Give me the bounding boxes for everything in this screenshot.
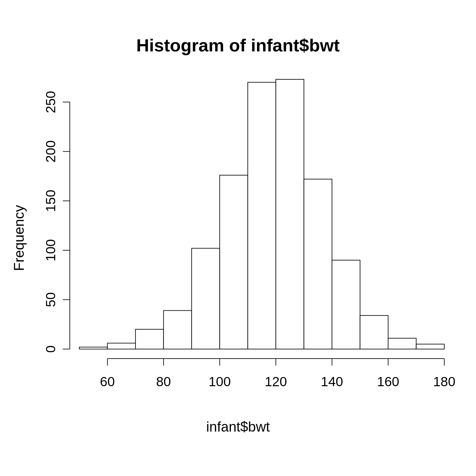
y-axis-tick-label: 150 [43, 190, 58, 212]
x-axis-tick-label: 100 [208, 374, 231, 389]
y-axis-tick-label: 250 [43, 91, 58, 113]
x-axis-tick-label: 160 [377, 374, 399, 389]
histogram-bar [192, 248, 220, 349]
histogram-bar [220, 175, 248, 349]
histogram-plot: 6080100120140160180050100150200250 [0, 0, 476, 476]
histogram-bar [248, 82, 276, 349]
histogram-bar [360, 315, 388, 349]
histogram-bar [416, 344, 444, 349]
y-axis-tick-label: 100 [43, 239, 58, 261]
x-axis-tick-label: 80 [156, 374, 171, 389]
histogram-bar [136, 329, 163, 349]
x-axis-tick-label: 120 [265, 374, 287, 389]
y-axis-tick-label: 0 [43, 345, 58, 353]
x-axis-tick-label: 140 [321, 374, 343, 389]
histogram-bar [163, 311, 191, 349]
histogram-bar [276, 79, 304, 349]
x-axis-tick-label: 60 [100, 374, 115, 389]
y-axis-tick-label: 50 [43, 292, 58, 307]
histogram-bar [388, 338, 416, 349]
y-axis-tick-label: 200 [43, 140, 58, 162]
histogram-bar [304, 179, 332, 349]
x-axis-tick-label: 180 [433, 374, 455, 389]
histogram-bar [332, 260, 360, 349]
histogram-bar [79, 347, 107, 349]
histogram-bar [107, 343, 135, 349]
